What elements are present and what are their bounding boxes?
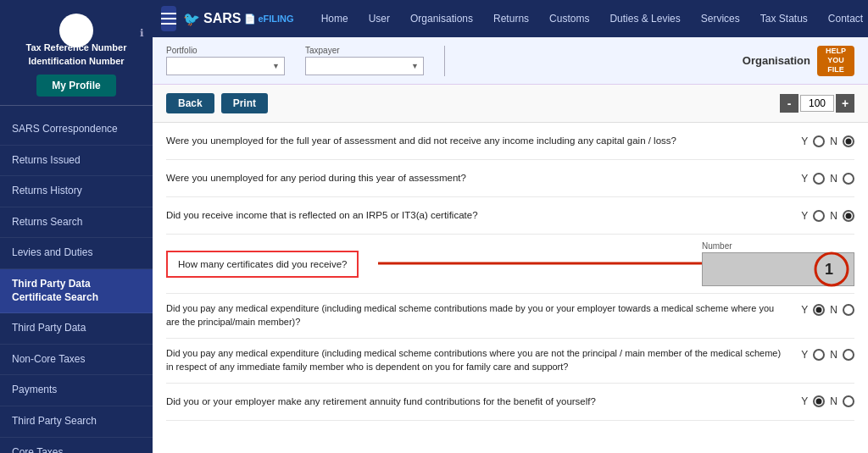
portfolio-select-wrapper[interactable] bbox=[166, 57, 285, 75]
q5-n-label: N bbox=[830, 349, 837, 361]
q1-y-label: Y bbox=[801, 135, 808, 147]
q6-text: Did you or your employer make any retire… bbox=[166, 395, 787, 408]
q1-n-radio[interactable] bbox=[843, 135, 854, 147]
nav-user[interactable]: User bbox=[359, 0, 400, 37]
q2-yn-group: Y N bbox=[801, 173, 854, 185]
form-row-q2: Were you unemployed for any period durin… bbox=[166, 160, 854, 197]
q2-n-label: N bbox=[830, 173, 837, 185]
cert-value: 1 bbox=[825, 261, 833, 279]
help-line1: HELP bbox=[826, 47, 846, 56]
content-area: Back Print - 100 + Were you unemployed f… bbox=[153, 85, 868, 453]
q4-text: Did you pay any medical expenditure (inc… bbox=[166, 302, 787, 329]
cert-number-area: Number 1 bbox=[702, 241, 854, 286]
q3-n-radio[interactable] bbox=[843, 210, 854, 222]
number-input-box[interactable]: 1 bbox=[702, 252, 854, 286]
q5-text: Did you pay any medical expenditure (inc… bbox=[166, 347, 787, 374]
sidebar-top: ℹ Tax Reference Number Identification Nu… bbox=[0, 0, 153, 106]
q1-yn-group: Y N bbox=[801, 135, 854, 147]
q4-y-label: Y bbox=[801, 304, 808, 316]
top-navigation: 🐦 SARS 📄 eFILING Home User Organisations… bbox=[153, 0, 868, 37]
q4-yn-group: Y N bbox=[801, 304, 854, 316]
sidebar-item-non-core-taxes[interactable]: Non-Core Taxes bbox=[0, 345, 153, 376]
nav-returns[interactable]: Returns bbox=[483, 0, 539, 37]
org-label: Organisation bbox=[743, 54, 810, 67]
zoom-out-button[interactable]: - bbox=[780, 94, 798, 113]
sidebar-item-returns-search[interactable]: Returns Search bbox=[0, 207, 153, 239]
portfolio-label: Portfolio bbox=[166, 46, 285, 55]
q4-n-radio[interactable] bbox=[843, 304, 854, 316]
content-toolbar: Back Print - 100 + bbox=[153, 85, 868, 123]
id-number-label: Identification Number bbox=[28, 56, 124, 66]
q3-yn-group: Y N bbox=[801, 210, 854, 222]
nav-tax-status[interactable]: Tax Status bbox=[750, 0, 818, 37]
q2-y-radio[interactable] bbox=[813, 173, 825, 185]
q4-y-radio[interactable] bbox=[813, 304, 825, 316]
q2-n-radio[interactable] bbox=[843, 173, 854, 185]
number-label: Number bbox=[702, 241, 732, 251]
taxpayer-label: Taxpayer bbox=[305, 46, 424, 55]
nav-contact[interactable]: Contact bbox=[818, 0, 868, 37]
help-line2: YOU bbox=[827, 56, 844, 65]
form-row-q1: Were you unemployed for the full year of… bbox=[166, 123, 854, 160]
tax-reference-label: Tax Reference Number bbox=[25, 42, 126, 52]
subheader: Portfolio Taxpayer Organisation HELP YOU… bbox=[153, 37, 868, 85]
sidebar: ℹ Tax Reference Number Identification Nu… bbox=[0, 0, 153, 453]
q1-text: Were you unemployed for the full year of… bbox=[166, 134, 787, 147]
q6-y-radio[interactable] bbox=[813, 395, 825, 407]
nav-organisations[interactable]: Organisations bbox=[400, 0, 483, 37]
taxpayer-select[interactable] bbox=[305, 57, 424, 75]
cert-question-text: How many certificates did you receive? bbox=[178, 259, 347, 269]
nav-links: Home User Organisations Returns Customs … bbox=[311, 0, 868, 37]
q6-n-radio[interactable] bbox=[843, 395, 854, 407]
sidebar-item-levies-duties[interactable]: Levies and Duties bbox=[0, 238, 153, 269]
q6-yn-group: Y N bbox=[801, 395, 854, 407]
q1-n-label: N bbox=[830, 135, 837, 147]
sidebar-item-core-taxes[interactable]: Core Taxes bbox=[0, 438, 153, 453]
sidebar-nav: SARS Correspondence Returns Issued Retur… bbox=[0, 114, 153, 453]
sidebar-item-returns-history[interactable]: Returns History bbox=[0, 176, 153, 207]
sidebar-item-third-party-search[interactable]: Third Party Search bbox=[0, 406, 153, 438]
q2-y-label: Y bbox=[801, 173, 808, 185]
print-button[interactable]: Print bbox=[221, 93, 268, 113]
back-button[interactable]: Back bbox=[166, 93, 214, 113]
help-you-file-button[interactable]: HELP YOU FILE bbox=[817, 46, 854, 76]
cert-question-box: How many certificates did you receive? bbox=[166, 251, 359, 278]
q3-y-label: Y bbox=[801, 210, 808, 222]
separator-1 bbox=[444, 46, 445, 76]
cert-row: How many certificates did you receive? N… bbox=[166, 235, 854, 294]
nav-services[interactable]: Services bbox=[691, 0, 750, 37]
form-row-q3: Did you receive income that is reflected… bbox=[166, 197, 854, 235]
portfolio-field-group: Portfolio bbox=[166, 46, 285, 75]
nav-duties-levies[interactable]: Duties & Levies bbox=[599, 0, 690, 37]
nav-home[interactable]: Home bbox=[311, 0, 359, 37]
info-icon[interactable]: ℹ bbox=[140, 27, 144, 39]
q4-n-label: N bbox=[830, 304, 837, 316]
sidebar-item-sars-correspondence[interactable]: SARS Correspondence bbox=[0, 114, 153, 146]
zoom-in-button[interactable]: + bbox=[836, 94, 854, 113]
help-line3: FILE bbox=[827, 65, 844, 75]
q3-n-label: N bbox=[830, 210, 837, 222]
nav-customs[interactable]: Customs bbox=[539, 0, 599, 37]
zoom-value: 100 bbox=[800, 95, 834, 112]
taxpayer-select-wrapper[interactable] bbox=[305, 57, 424, 75]
sars-text: SARS bbox=[203, 11, 241, 26]
q5-yn-group: Y N bbox=[801, 349, 854, 361]
q3-y-radio[interactable] bbox=[813, 210, 825, 222]
taxpayer-field-group: Taxpayer bbox=[305, 46, 424, 75]
q2-text: Were you unemployed for any period durin… bbox=[166, 171, 787, 185]
sidebar-item-payments[interactable]: Payments bbox=[0, 375, 153, 406]
q5-n-radio[interactable] bbox=[843, 349, 854, 361]
sidebar-item-third-party-cert-search[interactable]: Third Party Data Certificate Search bbox=[0, 269, 153, 313]
form-area: Were you unemployed for the full year of… bbox=[153, 123, 868, 421]
sidebar-item-returns-issued[interactable]: Returns Issued bbox=[0, 146, 153, 177]
sars-bird-icon: 🐦 bbox=[183, 11, 200, 27]
q5-y-radio[interactable] bbox=[813, 349, 825, 361]
form-row-q4: Did you pay any medical expenditure (inc… bbox=[166, 294, 854, 339]
form-row-q5: Did you pay any medical expenditure (inc… bbox=[166, 339, 854, 384]
hamburger-button[interactable] bbox=[161, 6, 176, 31]
q3-text: Did you receive income that is reflected… bbox=[166, 208, 787, 222]
my-profile-button[interactable]: My Profile bbox=[36, 75, 115, 97]
portfolio-select[interactable] bbox=[166, 57, 285, 75]
q1-y-radio[interactable] bbox=[813, 135, 825, 147]
sidebar-item-third-party-data[interactable]: Third Party Data bbox=[0, 313, 153, 345]
